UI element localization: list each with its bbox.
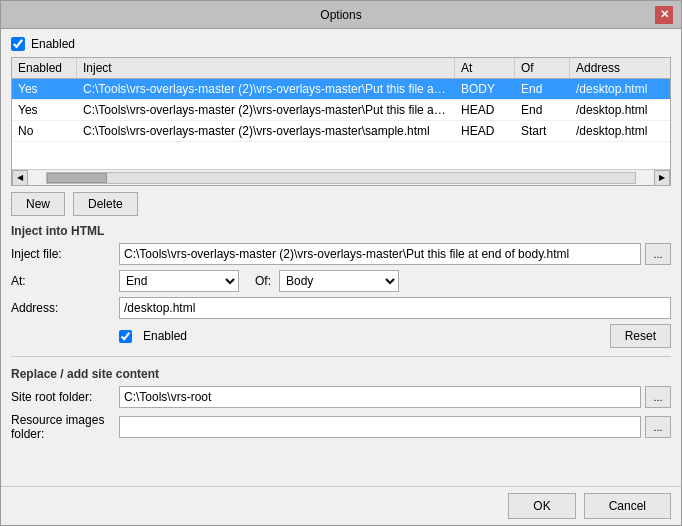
col-header-of: Of [515, 58, 570, 78]
table-row[interactable]: YesC:\Tools\vrs-overlays-master (2)\vrs-… [12, 79, 670, 100]
scroll-left-arrow[interactable]: ◀ [12, 170, 28, 186]
scroll-right-arrow[interactable]: ▶ [654, 170, 670, 186]
address-input[interactable] [119, 297, 671, 319]
inject-enabled-check-group: Enabled Reset [119, 324, 671, 348]
table-cell: /desktop.html [570, 100, 670, 121]
inject-file-input-group: ... [119, 243, 671, 265]
top-enabled-label: Enabled [31, 37, 75, 51]
replace-section-label: Replace / add site content [11, 367, 671, 381]
bottom-buttons: OK Cancel [1, 486, 681, 525]
table-row[interactable]: YesC:\Tools\vrs-overlays-master (2)\vrs-… [12, 100, 670, 121]
section-divider [11, 356, 671, 357]
inject-file-row: Inject file: ... [11, 243, 671, 265]
of-select[interactable]: Body Head [279, 270, 399, 292]
of-label: Of: [255, 274, 271, 288]
top-enabled-row: Enabled [11, 37, 671, 51]
col-header-inject: Inject [77, 58, 455, 78]
inject-enabled-row: Enabled Reset [11, 324, 671, 348]
table-cell: No [12, 121, 77, 142]
at-select[interactable]: End Start [119, 270, 239, 292]
table-cell: HEAD [455, 100, 515, 121]
at-label: At: [11, 274, 111, 288]
inject-html-section: Inject into HTML Inject file: ... At: En… [11, 222, 671, 348]
col-header-at: At [455, 58, 515, 78]
close-button[interactable]: ✕ [655, 6, 673, 24]
address-row: Address: [11, 297, 671, 319]
table-cell: Start [515, 121, 570, 142]
site-root-row: Site root folder: ... [11, 386, 671, 408]
col-header-enabled: Enabled [12, 58, 77, 78]
table-header: Enabled Inject At Of Address [12, 58, 670, 79]
table-action-buttons: New Delete [11, 192, 671, 216]
site-root-input-group: ... [119, 386, 671, 408]
inject-table: Enabled Inject At Of Address YesC:\Tools… [11, 57, 671, 186]
table-cell: HEAD [455, 121, 515, 142]
table-row[interactable]: NoC:\Tools\vrs-overlays-master (2)\vrs-o… [12, 121, 670, 142]
table-cell: End [515, 100, 570, 121]
title-bar: Options ✕ [1, 1, 681, 29]
table-body: YesC:\Tools\vrs-overlays-master (2)\vrs-… [12, 79, 670, 169]
options-dialog: Options ✕ Enabled Enabled Inject At Of A… [0, 0, 682, 526]
table-cell: Yes [12, 79, 77, 100]
site-root-input[interactable] [119, 386, 641, 408]
resource-images-row: Resource images folder: ... [11, 413, 671, 441]
inject-section-label: Inject into HTML [11, 224, 671, 238]
new-button[interactable]: New [11, 192, 65, 216]
table-cell: C:\Tools\vrs-overlays-master (2)\vrs-ove… [77, 121, 455, 142]
table-cell: C:\Tools\vrs-overlays-master (2)\vrs-ove… [77, 100, 455, 121]
cancel-button[interactable]: Cancel [584, 493, 671, 519]
reset-button[interactable]: Reset [610, 324, 671, 348]
horizontal-scrollbar[interactable]: ◀ ▶ [12, 169, 670, 185]
inject-file-input[interactable] [119, 243, 641, 265]
top-enabled-checkbox[interactable] [11, 37, 25, 51]
table-cell: Yes [12, 100, 77, 121]
inject-enabled-checkbox[interactable] [119, 330, 132, 343]
col-header-address: Address [570, 58, 670, 78]
delete-button[interactable]: Delete [73, 192, 138, 216]
ok-button[interactable]: OK [508, 493, 575, 519]
table-cell: BODY [455, 79, 515, 100]
inject-enabled-label: Enabled [143, 329, 187, 343]
replace-section: Replace / add site content Site root fol… [11, 365, 671, 441]
resource-images-label: Resource images folder: [11, 413, 111, 441]
dialog-body: Enabled Enabled Inject At Of Address Yes… [1, 29, 681, 486]
site-root-label: Site root folder: [11, 390, 111, 404]
resource-images-input-group: ... [119, 416, 671, 438]
table-cell: /desktop.html [570, 121, 670, 142]
hscrollbar-track[interactable] [46, 172, 636, 184]
table-cell: End [515, 79, 570, 100]
dialog-title: Options [27, 8, 655, 22]
hscrollbar-thumb[interactable] [47, 173, 107, 183]
table-cell: C:\Tools\vrs-overlays-master (2)\vrs-ove… [77, 79, 455, 100]
at-of-row: At: End Start Of: Body Head [11, 270, 671, 292]
site-root-browse-button[interactable]: ... [645, 386, 671, 408]
resource-images-input[interactable] [119, 416, 641, 438]
inject-file-browse-button[interactable]: ... [645, 243, 671, 265]
table-cell: /desktop.html [570, 79, 670, 100]
resource-images-browse-button[interactable]: ... [645, 416, 671, 438]
inject-file-label: Inject file: [11, 247, 111, 261]
address-label: Address: [11, 301, 111, 315]
